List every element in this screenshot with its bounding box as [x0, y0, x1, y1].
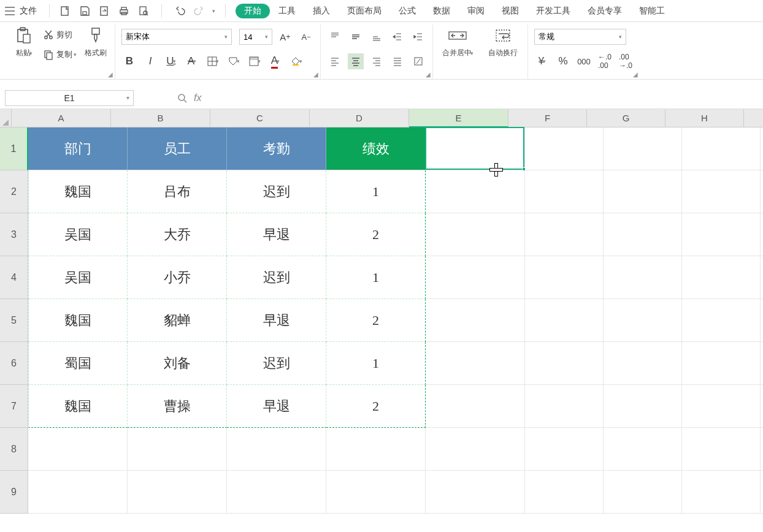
row-header-7[interactable]: 7: [0, 385, 28, 428]
cell-B3[interactable]: 大乔: [128, 213, 227, 256]
merge-center-button[interactable]: 合并居中▾: [439, 25, 476, 58]
save-icon[interactable]: [79, 6, 90, 17]
decrease-decimal-button[interactable]: .00→.0: [618, 53, 634, 69]
cell-E5[interactable]: [426, 299, 525, 342]
cell-B8[interactable]: [128, 428, 227, 471]
tab-view[interactable]: 视图: [493, 3, 527, 19]
cell-I1[interactable]: [761, 127, 763, 170]
cell-G4[interactable]: [604, 256, 682, 299]
cell-G2[interactable]: [604, 170, 682, 213]
cell-B7[interactable]: 曹操: [128, 385, 227, 428]
comma-button[interactable]: 000: [576, 53, 592, 69]
decrease-font-button[interactable]: A−: [298, 29, 314, 45]
cell-C1[interactable]: 考勤: [227, 127, 326, 170]
cell-I2[interactable]: [761, 170, 763, 213]
borders-button[interactable]: ▾: [205, 53, 221, 69]
cut-button[interactable]: 剪切: [43, 28, 77, 42]
cell-B5[interactable]: 貂蝉: [128, 299, 227, 342]
cell-D4[interactable]: 1: [326, 256, 426, 299]
cell-F1[interactable]: [525, 127, 604, 170]
align-bottom-button[interactable]: [369, 29, 385, 45]
undo-icon[interactable]: [174, 6, 185, 17]
tab-start[interactable]: 开始: [236, 4, 270, 18]
cell-F8[interactable]: [525, 428, 604, 471]
cell-I3[interactable]: [761, 213, 763, 256]
cell-F9[interactable]: [525, 471, 604, 514]
underline-button[interactable]: U▾: [163, 53, 179, 69]
fx-icon[interactable]: fx: [194, 93, 201, 104]
column-header-I[interactable]: I: [744, 109, 763, 127]
paste-button[interactable]: 粘贴▾: [11, 25, 37, 58]
row-header-3[interactable]: 3: [0, 213, 28, 256]
file-menu[interactable]: 文件: [20, 6, 37, 17]
cell-G6[interactable]: [604, 342, 682, 385]
cell-H1[interactable]: [682, 127, 761, 170]
column-header-E[interactable]: E: [409, 109, 508, 127]
cell-H2[interactable]: [682, 170, 761, 213]
cell-C7[interactable]: 早退: [227, 385, 326, 428]
cell-D3[interactable]: 2: [326, 213, 426, 256]
cell-D2[interactable]: 1: [326, 170, 426, 213]
cell-B2[interactable]: 吕布: [128, 170, 227, 213]
font-color-button[interactable]: A▾: [267, 53, 283, 69]
cell-I6[interactable]: [761, 342, 763, 385]
cell-E8[interactable]: [426, 428, 525, 471]
clipboard-launcher-icon[interactable]: ◢: [108, 71, 113, 78]
tab-tools[interactable]: 工具: [270, 3, 304, 19]
cell-G8[interactable]: [604, 428, 682, 471]
format-painter-button[interactable]: 格式刷: [83, 25, 109, 58]
row-header-8[interactable]: 8: [0, 428, 28, 471]
preview-icon[interactable]: [138, 6, 149, 17]
tab-review[interactable]: 审阅: [459, 3, 493, 19]
cell-I9[interactable]: [761, 471, 763, 514]
search-icon[interactable]: [177, 93, 188, 104]
column-header-D[interactable]: D: [310, 109, 409, 127]
formula-input[interactable]: [201, 90, 758, 106]
cell-A3[interactable]: 吴国: [28, 213, 128, 256]
cell-D5[interactable]: 2: [326, 299, 426, 342]
select-all-corner[interactable]: [0, 109, 12, 127]
cell-C3[interactable]: 早退: [227, 213, 326, 256]
cell-C2[interactable]: 迟到: [227, 170, 326, 213]
cell-A9[interactable]: [28, 471, 128, 514]
new-icon[interactable]: [59, 6, 71, 17]
cell-D9[interactable]: [326, 471, 426, 514]
cell-A6[interactable]: 蜀国: [28, 342, 128, 385]
cell-A2[interactable]: 魏国: [28, 170, 128, 213]
cell-D6[interactable]: 1: [326, 342, 426, 385]
tab-data[interactable]: 数据: [424, 3, 459, 19]
cell-C9[interactable]: [227, 471, 326, 514]
align-left-button[interactable]: [327, 53, 343, 69]
tab-formula[interactable]: 公式: [390, 3, 424, 19]
cell-G1[interactable]: [604, 127, 682, 170]
cell-A8[interactable]: [28, 428, 128, 471]
cell-H5[interactable]: [682, 299, 761, 342]
cell-G3[interactable]: [604, 213, 682, 256]
align-top-button[interactable]: [327, 29, 343, 45]
cell-E6[interactable]: [426, 342, 525, 385]
cell-E4[interactable]: [426, 256, 525, 299]
font-size-select[interactable]: 14▾: [239, 29, 272, 45]
row-header-1[interactable]: 1: [0, 127, 28, 170]
cell-I8[interactable]: [761, 428, 763, 471]
cell-H3[interactable]: [682, 213, 761, 256]
cell-D7[interactable]: 2: [326, 385, 426, 428]
cell-H4[interactable]: [682, 256, 761, 299]
orientation-button[interactable]: [410, 53, 426, 69]
cell-G9[interactable]: [604, 471, 682, 514]
auto-wrap-button[interactable]: 自动换行: [485, 25, 521, 58]
cell-F2[interactable]: [525, 170, 604, 213]
increase-decimal-button[interactable]: ←.0.00: [597, 53, 613, 69]
column-header-B[interactable]: B: [111, 109, 210, 127]
italic-button[interactable]: I: [142, 53, 158, 69]
increase-indent-button[interactable]: [410, 29, 426, 45]
cell-D1[interactable]: 绩效: [326, 127, 426, 170]
column-header-C[interactable]: C: [210, 109, 310, 127]
cell-B9[interactable]: [128, 471, 227, 514]
cell-B4[interactable]: 小乔: [128, 256, 227, 299]
justify-button[interactable]: [389, 53, 405, 69]
number-format-select[interactable]: 常规▾: [534, 29, 626, 45]
redo-icon[interactable]: [194, 6, 205, 17]
copy-button[interactable]: 复制▾: [43, 48, 77, 61]
cell-H8[interactable]: [682, 428, 761, 471]
